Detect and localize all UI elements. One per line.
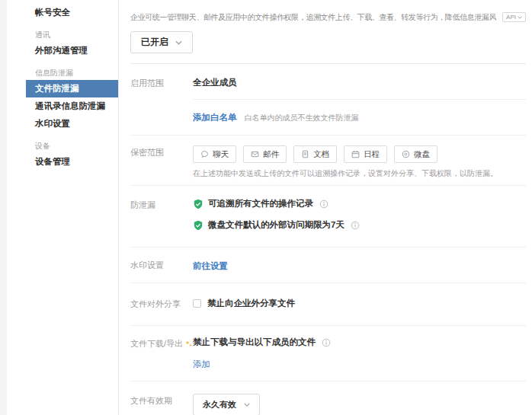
feature-description: 企业可统一管理聊天、邮件及应用中的文件操作权限，追溯文件上传、下载、查看、转发等… [130,12,496,23]
new-feature-sparkle-icon [185,340,192,349]
main-content: 企业可统一管理聊天、邮件及应用中的文件操作权限，追溯文件上传、下载、查看、转发等… [119,0,532,415]
file-download-export-label-text: 文件下载/导出 [130,339,183,348]
forbid-download-line: 禁止下载与导出以下成员的文件 [193,337,526,348]
tag-mail-label: 邮件 [263,149,279,159]
file-leak-prevention-settings-page: 帐号安全 通讯 外部沟通管理 信息防泄漏 文件防泄漏 通讯录信息防泄漏 水印设置… [0,0,532,415]
sidebar-item-watermark-settings[interactable]: 水印设置 [26,115,118,132]
tag-calendar[interactable]: 日程 [344,145,387,163]
leak-prevention-item: 可追溯所有文件的操作记录 [193,198,526,209]
drive-icon [402,150,410,158]
apply-scope-label: 启用范围 [130,76,193,123]
row-external-file-sharing: 文件对外分享 禁止向企业外分享文件 [130,283,526,325]
apply-scope-value: 全企业成员 [193,76,526,89]
calendar-icon [351,150,360,158]
row-file-validity: 文件有效期 永久有效 [130,381,526,415]
forbid-external-share-label: 禁止向企业外分享文件 [207,297,295,310]
go-to-settings-link[interactable]: 前往设置 [193,261,228,270]
mail-icon [251,150,259,158]
row-apply-scope: 启用范围 全企业成员 添加白名单白名单内的成员不生效文件防泄漏 [130,64,526,135]
shield-check-icon [193,220,204,231]
add-whitelist-link[interactable]: 添加白名单 [193,113,237,122]
secrecy-scope-description: 在上述功能中发送或上传的文件可以追溯操作记录，设置对外分享、下载权限，以防泄漏。 [193,168,526,179]
forbid-download-text: 禁止下载与导出以下成员的文件 [193,337,316,348]
whitelist-hint: 白名单内的成员不生效文件防泄漏 [245,113,359,122]
shield-check-icon [193,199,204,209]
api-dropdown-badge[interactable]: API [502,12,526,22]
doc-icon [301,150,309,158]
intro-row: 企业可统一管理聊天、邮件及应用中的文件操作权限，追溯文件上传、下载、查看、转发等… [130,12,526,23]
sidebar-item-contacts-leak-prevention[interactable]: 通讯录信息防泄漏 [26,97,118,115]
secrecy-scope-tags: 聊天 邮件 文档 日程 [193,145,526,163]
tag-chat-label: 聊天 [213,149,229,159]
file-download-export-label: 文件下载/导出 [130,337,193,370]
sidebar-item-device-management[interactable]: 设备管理 [26,153,118,171]
validity-select-button[interactable]: 永久有效 [193,394,260,415]
sidebar-item-external-communication[interactable]: 外部沟通管理 [26,42,118,59]
tag-doc[interactable]: 文档 [293,145,337,163]
status-enabled-label: 已开启 [141,36,168,49]
tag-drive-label: 微盘 [414,149,430,159]
sidebar-item-account-security[interactable]: 帐号安全 [26,4,118,21]
sidebar-section-communication: 通讯 [35,30,118,40]
divider [193,99,526,100]
info-icon[interactable] [319,200,328,209]
file-validity-label: 文件有效期 [130,394,193,415]
status-enabled-dropdown-button[interactable]: 已开启 [130,31,193,53]
forbid-external-share-checkbox[interactable] [193,299,201,308]
chevron-down-icon [518,16,522,19]
info-icon[interactable] [351,221,360,230]
row-leak-prevention: 防泄漏 可追溯所有文件的操作记录 微盘文件默认的外部访问期限为7天 [130,186,526,247]
tag-calendar-label: 日程 [364,149,380,159]
whitelist-row: 添加白名单白名单内的成员不生效文件防泄漏 [193,110,526,123]
tag-mail[interactable]: 邮件 [243,145,287,163]
row-file-download-export: 文件下载/导出 禁止下载与导出以下成员的文件 添加 [130,326,526,381]
validity-selected-value: 永久有效 [203,399,236,410]
sidebar-item-file-leak-prevention[interactable]: 文件防泄漏 [26,80,118,97]
secrecy-scope-label: 保密范围 [130,145,193,179]
tag-chat[interactable]: 聊天 [193,145,236,163]
row-secrecy-scope: 保密范围 聊天 邮件 文档 [130,136,526,185]
external-file-sharing-label: 文件对外分享 [130,297,193,310]
add-members-link[interactable]: 添加 [193,359,210,369]
chat-icon [200,150,209,158]
api-badge-label: API [506,14,516,21]
chevron-down-icon [244,403,250,407]
tag-drive[interactable]: 微盘 [394,145,437,163]
leak-prevention-item-text: 微盘文件默认的外部访问期限为7天 [208,219,345,231]
row-watermark-settings: 水印设置 前往设置 [130,247,526,283]
leak-prevention-label: 防泄漏 [130,198,193,231]
left-gutter [0,0,7,415]
tag-doc-label: 文档 [313,149,329,159]
sidebar-section-device: 设备 [35,141,118,151]
sidebar-section-info-leak-prevention: 信息防泄漏 [35,68,118,78]
leak-prevention-item: 微盘文件默认的外部访问期限为7天 [193,219,526,231]
info-icon[interactable] [322,338,331,347]
settings-sidebar: 帐号安全 通讯 外部沟通管理 信息防泄漏 文件防泄漏 通讯录信息防泄漏 水印设置… [7,0,119,415]
watermark-settings-label: 水印设置 [130,258,193,272]
chevron-down-icon [175,40,182,45]
leak-prevention-item-text: 可追溯所有文件的操作记录 [208,198,313,209]
